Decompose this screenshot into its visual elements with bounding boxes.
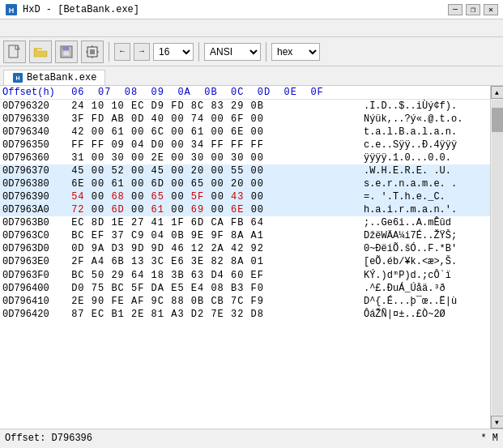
cell-offset: 0D796320 [0,100,69,113]
toolbar-sep-2 [198,42,199,62]
app-title: HxD - [BetaBank.exe] [23,4,139,15]
table-row: 0D7963806E 00 61 00 6D 00 65 00 20 00s.e… [0,177,490,190]
status-bar: Offset: D796396 * M [0,429,503,446]
cell-hex: BC 50 29 64 18 3B 63 D4 60 EF [69,268,361,282]
cell-ascii: c.e..Sÿÿ..Ð.4ÿÿÿ [361,139,490,151]
scroll-thumb[interactable] [492,108,503,132]
cell-ascii: .I.D..$..iÙý¢f). [361,100,490,113]
header-offset: Offset(h) [0,86,69,100]
cell-hex: 87 EC B1 2E 81 A3 D2 7E 32 D8 [69,308,361,321]
cell-ascii: t.a.l.B.a.l.a.n. [361,126,490,139]
offset-select[interactable]: 16 8 32 [153,43,194,61]
hex-header-row: Offset(h) 06 07 08 09 0A 0B 0C 0D 0E 0F [0,86,490,100]
title-bar-left: H HxD - [BetaBank.exe] [5,3,139,16]
cell-offset: 0D796410 [0,295,69,308]
cell-ascii: =. '.T.h.e._C. [361,190,490,203]
scroll-up[interactable]: ▲ [491,86,504,99]
cell-offset: 0D796390 [0,190,69,203]
scroll-down[interactable]: ▼ [491,416,504,429]
minimize-btn[interactable]: — [448,4,463,15]
hex-body: 0D79632024 10 10 EC D9 FD 8C 83 29 0B.I.… [0,100,490,322]
status-mode: * M [480,433,498,444]
cell-ascii: DžëWÄA¼i7É..ŽŸŠ; [361,229,490,242]
menu-bar [0,19,503,37]
cell-hex: EC 8D 1E 27 41 1F 6D CA FB 64 [69,216,361,229]
cell-offset: 0D796340 [0,126,69,139]
cell-offset: 0D7963E0 [0,255,69,268]
table-row: 0D7963303F FD AB 0D 40 00 74 00 6F 00Nýü… [0,113,490,126]
cell-hex: 3F FD AB 0D 40 00 74 00 6F 00 [69,113,361,126]
cell-offset: 0D7963C0 [0,229,69,242]
table-row: 0D7963A072 00 6D 00 61 00 69 00 6E 00h.a… [0,203,490,216]
window-controls[interactable]: — ❐ ✕ [448,4,498,15]
hex-content: Offset(h) 06 07 08 09 0A 0B 0C 0D 0E 0F … [0,86,490,429]
status-offset: Offset: D796396 [5,433,92,444]
cell-ascii: ÿÿÿÿ.1.0...0.0. [361,151,490,164]
table-row: 0D79642087 EC B1 2E 81 A3 D2 7E 32 D8ÔáŽ… [0,308,490,321]
cell-ascii: [eÕ.éb/¥k.<æ>,Š. [361,255,490,268]
open-btn[interactable] [29,41,52,63]
table-row: 0D79639054 00 68 00 65 00 5F 00 43 00=. … [0,190,490,203]
proc-btn[interactable] [81,41,104,63]
table-row: 0D7963E02F A4 6B 13 3C E6 3E 82 8A 01[eÕ… [0,255,490,268]
table-row: 0D796350FF FF 09 04 D0 00 34 FF FF FFc.e… [0,139,490,151]
cell-hex: 45 00 52 00 45 00 20 00 55 00 [69,164,361,177]
new-btn[interactable] [3,41,26,63]
table-row: 0D79632024 10 10 EC D9 FD 8C 83 29 0B.I.… [0,100,490,113]
svg-rect-2 [9,45,18,58]
toolbar: ← → 16 8 32 ANSI OEM UTF-8 hex dec oct [0,37,503,66]
cell-ascii: ;..Ge6i..A.mÊûd [361,216,490,229]
cell-offset: 0D796380 [0,177,69,190]
hex-view: Offset(h) 06 07 08 09 0A 0B 0C 0D 0E 0F … [0,86,503,429]
scrollbar[interactable]: ▲ ▼ [490,86,503,429]
header-ascii [361,86,490,100]
view-select[interactable]: hex dec oct [271,43,320,61]
cell-hex: BC EF 37 C9 04 0B 9E 9F 8A A1 [69,229,361,242]
cell-ascii: h.a.i.r.m.a.n.'. [361,203,490,216]
cell-hex: 72 00 6D 00 61 00 69 00 6E 00 [69,203,361,216]
cell-ascii: KÝ.)dᵐP)d.;cÔ`ï [361,268,490,282]
table-row: 0D7963C0BC EF 37 C9 04 0B 9E 9F 8A A1Džë… [0,229,490,242]
toolbar-sep-1 [109,42,109,62]
cell-hex: 54 00 68 00 65 00 5F 00 43 00 [69,190,361,203]
svg-rect-7 [63,51,70,56]
cell-ascii: 0~ÐëiÕ.šÓ..F.*B' [361,242,490,255]
title-bar: H HxD - [BetaBank.exe] — ❐ ✕ [0,0,503,19]
cell-offset: 0D7963F0 [0,268,69,282]
cell-hex: 0D 9A D3 9D 9D 46 12 2A 42 92 [69,242,361,255]
table-row: 0D79637045 00 52 00 45 00 20 00 55 00.W.… [0,164,490,177]
cell-hex: 24 10 10 EC D9 FD 8C 83 29 0B [69,100,361,113]
cell-offset: 0D796330 [0,113,69,126]
close-btn[interactable]: ✕ [484,4,498,15]
cell-offset: 0D7963A0 [0,203,69,216]
cell-offset: 0D796350 [0,139,69,151]
cell-ascii: s.e.r.n.a.m.e. . [361,177,490,190]
cell-ascii: D^{.É...þ¯œ..Ë|ù [361,295,490,308]
cell-ascii: .W.H.E.R.E. .U. [361,164,490,177]
cell-hex: 6E 00 61 00 6D 00 65 00 20 00 [69,177,361,190]
cell-offset: 0D796360 [0,151,69,164]
offset-left-btn[interactable]: ← [114,43,130,61]
toolbar-sep-3 [266,42,266,62]
cell-offset: 0D796420 [0,308,69,321]
table-row: 0D7963D00D 9A D3 9D 9D 46 12 2A 42 920~Ð… [0,242,490,255]
save-btn[interactable] [55,41,78,63]
cell-hex: 2E 90 FE AF 9C 88 0B CB 7C F9 [69,295,361,308]
cell-hex: 31 00 30 00 2E 00 30 00 30 00 [69,151,361,164]
cell-hex: 2F A4 6B 13 3C E6 3E 82 8A 01 [69,255,361,268]
tab-bar: H BetaBank.exe [0,66,503,86]
cell-offset: 0D7963B0 [0,216,69,229]
header-hex: 06 07 08 09 0A 0B 0C 0D 0E 0F [69,86,361,100]
cell-offset: 0D796370 [0,164,69,177]
table-row: 0D7963F0BC 50 29 64 18 3B 63 D4 60 EFKÝ.… [0,268,490,282]
tab-betabank[interactable]: H BetaBank.exe [3,70,105,85]
tab-icon: H [12,72,23,83]
restore-btn[interactable]: ❐ [466,4,480,15]
app-icon: H [5,3,18,16]
table-row: 0D79634042 00 61 00 6C 00 61 00 6E 00t.a… [0,126,490,139]
cell-ascii: ÔáŽÑ|¤±..£Ò~2Ø [361,308,490,321]
offset-right-btn[interactable]: → [134,43,150,61]
cell-offset: 0D796400 [0,282,69,295]
encoding-select[interactable]: ANSI OEM UTF-8 [204,43,261,61]
cell-ascii: Nýük,..?ý«.@.t.o. [361,113,490,126]
